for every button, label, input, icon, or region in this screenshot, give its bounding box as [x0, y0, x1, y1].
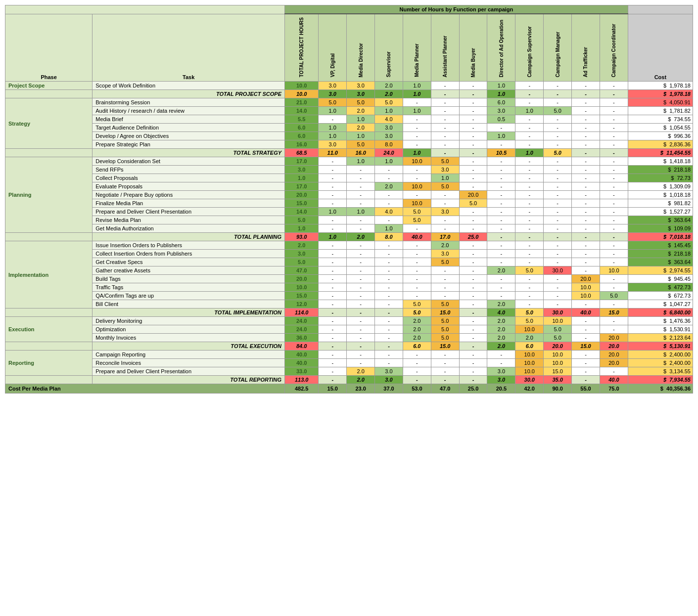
data-cm-cell: - — [544, 98, 572, 107]
data-sup-cell: - — [375, 250, 403, 258]
data-mb-cell: - — [459, 317, 487, 325]
data-total-cell: 33.0 — [285, 367, 319, 376]
media-director-label: Media Director — [358, 41, 364, 79]
data-sup-cell: - — [375, 275, 403, 283]
total-md-cell: - — [347, 308, 375, 317]
data-sup-cell: - — [375, 266, 403, 275]
campaign-supervisor-label: Campaign Supervisor — [527, 24, 532, 79]
campaign-coordinator-header: Campaign Coordinator — [600, 14, 628, 82]
data-cs-cell: - — [515, 140, 544, 149]
bottom-dao-cell: 20.5 — [487, 384, 515, 394]
task-cell: Prepare and Deliver Client Presentation — [93, 208, 285, 216]
task-cell: Collect Insertion Orders from Publishers — [93, 250, 285, 258]
data-cs-cell: - — [515, 157, 544, 166]
data-total-cell: 17.0 — [285, 182, 319, 191]
data-mb-cell: - — [459, 98, 487, 107]
data-cc-cell: - — [600, 250, 628, 258]
cost-cell: $ 1,530.91 — [628, 325, 693, 334]
cost-cell: $ 945.45 — [628, 275, 693, 283]
data-mb-cell: - — [459, 140, 487, 149]
data-ap-cell: - — [431, 199, 459, 208]
ad-trafficker-header: Ad Trafficker — [572, 14, 600, 82]
data-cc-cell: - — [600, 82, 628, 90]
data-ap-cell: 5.0 — [431, 317, 459, 325]
total-sup-cell: 8.0 — [375, 233, 403, 241]
data-md-cell: - — [347, 334, 375, 342]
cost-cell: $ 1,781.82 — [628, 107, 693, 115]
bottom-vp-cell: 15.0 — [319, 384, 347, 394]
data-mp-cell: - — [403, 115, 431, 124]
data-total-cell: 15.0 — [285, 292, 319, 300]
table-row: Project ScopeScope of Work Definition10.… — [5, 82, 693, 90]
total-mb-cell: - — [459, 308, 487, 317]
data-mb-cell: - — [459, 166, 487, 174]
data-total-cell: 15.0 — [285, 199, 319, 208]
data-cs-cell: - — [515, 283, 544, 292]
data-mb-cell: - — [459, 359, 487, 367]
total-at-cell: - — [572, 149, 600, 157]
data-md-cell: 5.0 — [347, 140, 375, 149]
total-sup-cell: 3.0 — [375, 376, 403, 384]
data-at-cell: - — [572, 199, 600, 208]
total-mb-cell: - — [459, 342, 487, 351]
task-cell: Scope of Work Definition — [93, 82, 285, 90]
data-sup-cell: - — [375, 191, 403, 199]
phase-cell: Reporting — [5, 351, 93, 376]
cost-cell: $ 72.73 — [628, 174, 693, 182]
main-container: Number of Hours by Function per campaign… — [0, 0, 698, 398]
total-task-label: TOTAL EXECUTION — [93, 342, 285, 351]
data-cs-cell: - — [515, 241, 544, 250]
task-cell: Reconcile Invoices — [93, 359, 285, 367]
table-row: Prepare and Deliver Client Presentation3… — [5, 367, 693, 376]
cost-cell: $ 218.18 — [628, 166, 693, 174]
total-vp-cell: 11.0 — [319, 149, 347, 157]
data-cs-cell: - — [515, 216, 544, 224]
data-sup-cell: - — [375, 216, 403, 224]
data-cs-cell: - — [515, 258, 544, 266]
data-cc-cell: - — [600, 283, 628, 292]
data-ap-cell: 5.0 — [431, 325, 459, 334]
cost-cell: $ 996.36 — [628, 132, 693, 140]
cost-cell: $ 1,047.27 — [628, 300, 693, 308]
total-md-cell: 3.0 — [347, 90, 375, 98]
data-mp-cell: 10.0 — [403, 199, 431, 208]
total-dao-cell: - — [487, 233, 515, 241]
total-cost-cell: $ 11,454.55 — [628, 149, 693, 157]
total-cm-cell: - — [544, 90, 572, 98]
data-cs-cell: 10.0 — [515, 359, 544, 367]
phase-cell: Project Scope — [5, 82, 93, 90]
table-row: Finalize Media Plan15.0---10.0-5.0-----$… — [5, 199, 693, 208]
data-dao-cell: - — [487, 283, 515, 292]
cost-cell: $ 1,476.36 — [628, 317, 693, 325]
table-row: Collect Insertion Orders from Publishers… — [5, 250, 693, 258]
data-vp-cell: 1.0 — [319, 208, 347, 216]
cost-cell: $ 734.55 — [628, 115, 693, 124]
data-cs-cell: - — [515, 250, 544, 258]
data-cs-cell: - — [515, 82, 544, 90]
data-total-cell: 12.0 — [285, 300, 319, 308]
data-cm-cell: 10.0 — [544, 317, 572, 325]
bottom-md-cell: 23.0 — [347, 384, 375, 394]
data-mb-cell: 20.0 — [459, 191, 487, 199]
data-ap-cell: - — [431, 216, 459, 224]
data-md-cell: 1.0 — [347, 132, 375, 140]
task-cell: Get Media Authorization — [93, 224, 285, 233]
data-cm-cell: 5.0 — [544, 107, 572, 115]
total-mb-cell: - — [459, 90, 487, 98]
data-cm-cell: - — [544, 224, 572, 233]
director-ad-ops-header: Director of Ad Operation — [487, 14, 515, 82]
task-cell: Delivery Monitoring — [93, 317, 285, 325]
data-vp-cell: - — [319, 300, 347, 308]
data-total-cell: 10.0 — [285, 283, 319, 292]
data-cc-cell: 20.0 — [600, 359, 628, 367]
media-planner-label: Media Planner — [414, 42, 419, 79]
data-at-cell: - — [572, 107, 600, 115]
phase-cell: Planning — [5, 157, 93, 233]
vp-digital-label: VP, Digital — [330, 51, 335, 79]
data-md-cell: 2.0 — [347, 124, 375, 132]
data-sup-cell: - — [375, 174, 403, 182]
data-dao-cell: - — [487, 351, 515, 359]
data-total-cell: 16.0 — [285, 140, 319, 149]
data-mp-cell: 5.0 — [403, 208, 431, 216]
data-at-cell: - — [572, 115, 600, 124]
